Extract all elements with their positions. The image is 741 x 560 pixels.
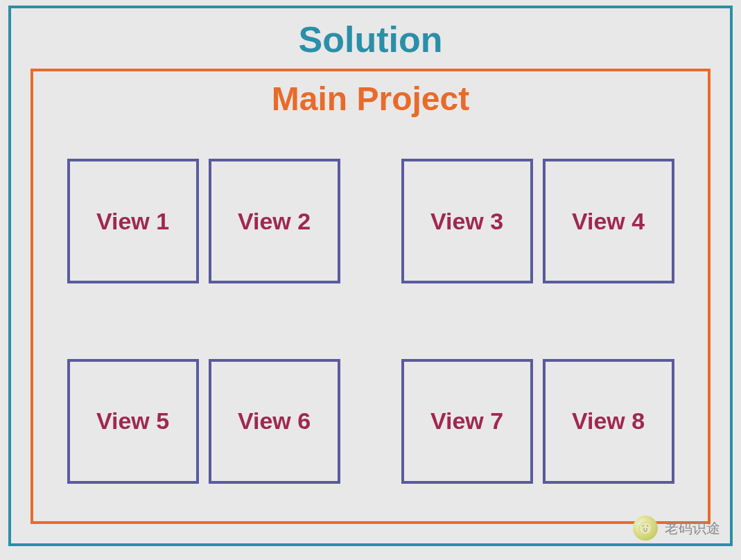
view-box-5: View 5 xyxy=(67,359,199,484)
view-box-1: View 1 xyxy=(67,159,199,283)
view-label: View 5 xyxy=(96,408,169,435)
project-container: Main Project View 1 View 2 View 3 xyxy=(30,69,711,524)
view-label: View 6 xyxy=(238,408,311,435)
views-grid: View 1 View 2 View 3 View 4 xyxy=(58,142,683,500)
group-gap xyxy=(350,359,392,484)
view-box-7: View 7 xyxy=(401,359,533,484)
views-row-1: View 1 View 2 View 3 View 4 xyxy=(58,159,683,283)
view-box-4: View 4 xyxy=(543,159,674,283)
views-group-2-right: View 7 View 8 xyxy=(401,359,674,484)
solution-container: Solution Main Project View 1 View 2 View… xyxy=(8,6,733,546)
solution-title: Solution xyxy=(30,19,711,60)
watermark: 老码识途 xyxy=(633,516,720,541)
view-box-3: View 3 xyxy=(401,159,533,283)
view-label: View 2 xyxy=(238,208,311,235)
project-title: Main Project xyxy=(58,80,683,118)
group-gap xyxy=(350,159,392,283)
views-row-2: View 5 View 6 View 7 View 8 xyxy=(58,359,683,484)
view-label: View 4 xyxy=(572,208,645,235)
view-label: View 1 xyxy=(96,208,169,235)
view-label: View 8 xyxy=(572,408,645,435)
view-box-2: View 2 xyxy=(209,159,340,283)
view-box-8: View 8 xyxy=(543,359,674,484)
views-group-2-left: View 5 View 6 xyxy=(67,359,340,484)
view-label: View 7 xyxy=(430,408,503,435)
watermark-logo-icon xyxy=(633,516,658,541)
watermark-text: 老码识途 xyxy=(665,519,720,538)
views-group-1-right: View 3 View 4 xyxy=(401,159,674,283)
view-label: View 3 xyxy=(430,208,503,235)
views-group-1-left: View 1 View 2 xyxy=(67,159,340,283)
view-box-6: View 6 xyxy=(209,359,340,484)
svg-point-0 xyxy=(639,522,652,534)
